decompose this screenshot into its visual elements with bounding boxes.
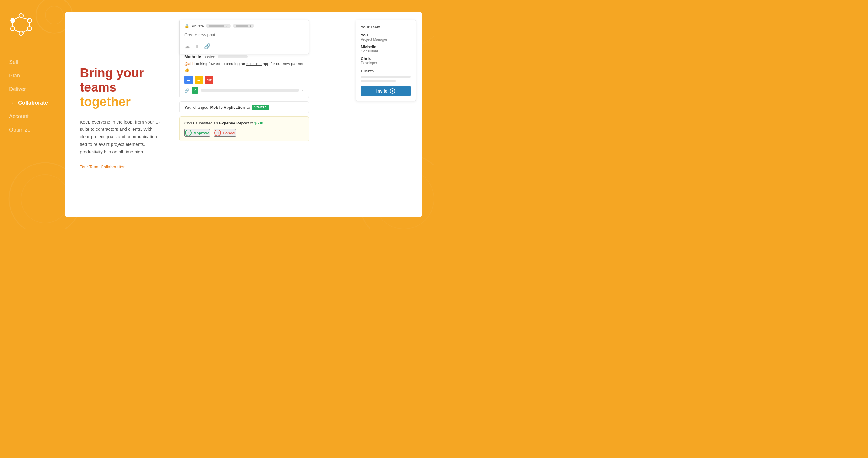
approve-icon: ✓	[185, 130, 192, 136]
svg-line-13	[21, 18, 29, 19]
plus-circle-icon: +	[390, 88, 395, 94]
tag-remove-icon-1[interactable]: ×	[225, 24, 227, 28]
expense-verb: submitted an	[195, 121, 219, 125]
post-card: 🔒 Private × × ☁ ⬆ 🔗	[179, 20, 309, 54]
sidebar-item-label: Deliver	[9, 86, 26, 93]
headline: Bring your teams together	[80, 66, 161, 109]
team-member-you: You Project Manager	[361, 33, 411, 41]
status-change-item: You changed Mobile Application to Starte…	[179, 101, 309, 113]
post-time-placeholder	[218, 56, 248, 58]
member-role-michelle: Consultant	[361, 49, 411, 53]
team-panel-title: Your Team	[361, 25, 411, 29]
sidebar-item-optimize[interactable]: Optimize	[9, 123, 65, 137]
headline-line2: together	[80, 95, 161, 109]
sidebar-item-account[interactable]: Account	[9, 110, 65, 123]
svg-line-15	[22, 30, 29, 32]
post-icon-bar: ☁ ⬆ 🔗	[184, 43, 304, 50]
sidebar: Sell Plan Deliver → Collaborate Account …	[0, 0, 65, 229]
status-preposition: to	[247, 105, 250, 110]
post-body: @all Looking foward to creating an excel…	[184, 61, 304, 73]
lock-icon: 🔒	[184, 24, 189, 28]
sidebar-item-plan[interactable]: Plan	[9, 69, 65, 83]
nav: Sell Plan Deliver → Collaborate Account …	[9, 56, 65, 137]
status-project: Mobile Application	[210, 105, 245, 110]
comment-row: 🔗 ✓ ×	[184, 87, 304, 94]
post-header: Michelle posted	[184, 54, 304, 59]
description-text: Keep everyone in the loop, from your C-s…	[80, 119, 161, 156]
status-verb: changed	[193, 105, 209, 110]
demo-section: 🔒 Private × × ☁ ⬆ 🔗	[173, 12, 422, 217]
cloud-sync-icon[interactable]: ⬆	[195, 43, 199, 50]
sidebar-item-collaborate[interactable]: → Collaborate	[9, 96, 65, 110]
link-icon[interactable]: 🔗	[204, 43, 211, 50]
member-name-you: You	[361, 33, 411, 37]
post-verb: posted	[204, 55, 215, 59]
sidebar-item-label: Plan	[9, 73, 20, 79]
post-author: Michelle	[184, 54, 201, 59]
team-member-chris: Chris Developer	[361, 56, 411, 65]
comment-close-icon[interactable]: ×	[301, 88, 304, 93]
spreadsheet-file-icon[interactable]: ▬	[195, 76, 203, 84]
sidebar-item-sell[interactable]: Sell	[9, 56, 65, 69]
sidebar-item-label: Sell	[9, 59, 18, 65]
mention-all: @all	[184, 62, 193, 66]
tag-pill-2: ×	[233, 24, 254, 28]
expense-item: Chris submitted an Expense Report of $60…	[179, 116, 309, 141]
michelle-post-item: Michelle posted @all Looking foward to c…	[179, 50, 309, 98]
active-arrow-icon: →	[9, 100, 14, 106]
cancel-icon: ×	[214, 130, 221, 136]
check-icon[interactable]: ✓	[192, 87, 198, 94]
expense-actor: Chris	[184, 121, 194, 125]
sidebar-item-label: Optimize	[9, 127, 30, 133]
member-name-michelle: Michelle	[361, 44, 411, 49]
pdf-file-icon[interactable]: PDF	[205, 76, 213, 84]
doc-file-icon[interactable]: ▬	[184, 76, 193, 84]
link-small-icon: 🔗	[184, 88, 189, 93]
file-attachments: ▬ ▬ PDF	[184, 76, 304, 84]
comment-input-placeholder	[201, 89, 299, 92]
expense-row: Chris submitted an Expense Report of $60…	[184, 121, 304, 125]
post-body-text: Looking foward to creating an	[194, 62, 246, 66]
expense-amount: $600	[254, 121, 263, 125]
approve-label: Approve	[193, 131, 210, 135]
activity-feed: Michelle posted @all Looking foward to c…	[179, 50, 309, 144]
post-input-field[interactable]	[184, 31, 304, 40]
expense-report-label: Expense Report	[219, 121, 249, 125]
post-excellent-link: excellent	[246, 62, 261, 66]
svg-line-16	[14, 30, 20, 32]
invite-button[interactable]: Invite +	[361, 86, 411, 96]
sidebar-item-deliver[interactable]: Deliver	[9, 83, 65, 96]
text-section: Bring your teams together Keep everyone …	[65, 12, 173, 217]
sidebar-item-label: Collaborate	[18, 100, 48, 106]
member-name-chris: Chris	[361, 56, 411, 61]
member-role-chris: Developer	[361, 61, 411, 65]
expense-preposition: of	[250, 121, 254, 125]
tag-pill-1: ×	[206, 24, 230, 28]
main-content-area: Bring your teams together Keep everyone …	[65, 12, 422, 217]
svg-line-18	[14, 17, 20, 19]
status-badge: Started	[252, 104, 269, 110]
tag-remove-icon-2[interactable]: ×	[249, 24, 251, 28]
approve-button[interactable]: ✓ Approve	[184, 129, 210, 137]
tour-link[interactable]: Tour Team Collaboration	[80, 165, 161, 169]
expense-actions: ✓ Approve × Cancel	[184, 129, 304, 137]
tag-placeholder-bar-2	[236, 25, 248, 27]
post-card-header: 🔒 Private × ×	[184, 24, 304, 28]
team-panel: Your Team You Project Manager Michelle C…	[355, 20, 416, 101]
clients-section-title: Clients	[361, 69, 411, 73]
headline-line1: Bring your teams	[80, 66, 161, 95]
invite-label: Invite	[376, 89, 388, 93]
sidebar-item-label: Account	[9, 113, 29, 120]
tag-placeholder-bar-1	[209, 25, 224, 27]
cancel-label: Cancel	[223, 131, 236, 135]
member-role-you: Project Manager	[361, 37, 411, 41]
client-placeholder-2	[361, 80, 396, 82]
svg-point-10	[19, 31, 23, 35]
cancel-button[interactable]: × Cancel	[214, 129, 236, 137]
status-actor: You	[184, 105, 192, 110]
logo	[9, 12, 65, 56]
client-placeholder-1	[361, 76, 411, 78]
cloud-upload-icon[interactable]: ☁	[184, 43, 190, 50]
private-label: Private	[192, 24, 204, 28]
team-member-michelle: Michelle Consultant	[361, 44, 411, 53]
